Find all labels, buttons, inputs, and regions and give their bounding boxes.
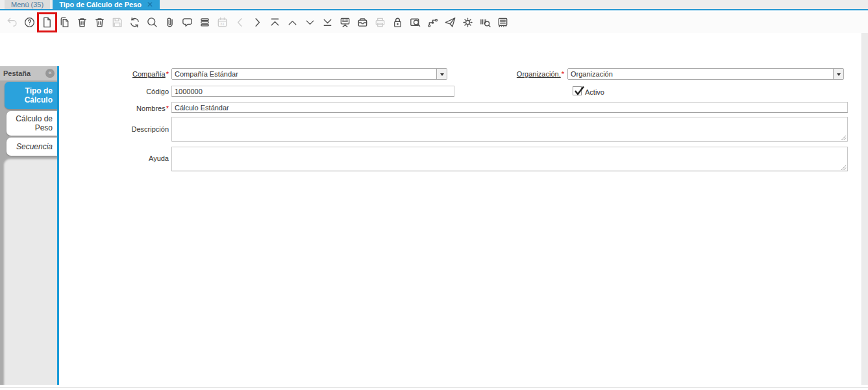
organizacion-label[interactable]: Organización.* — [460, 70, 564, 78]
required-asterisk: * — [166, 70, 169, 78]
refresh-icon — [129, 16, 141, 29]
private-record-lock-button[interactable] — [391, 16, 404, 29]
grid-toggle-icon — [199, 16, 211, 29]
preferences-button[interactable] — [462, 16, 474, 29]
print-button — [374, 16, 386, 29]
codigo-input[interactable] — [171, 86, 454, 97]
calendar-icon: 31 — [216, 16, 229, 29]
activo-label: Activo — [585, 88, 604, 96]
delete-selection-button[interactable] — [93, 16, 106, 29]
ayuda-textarea[interactable] — [171, 147, 848, 171]
preferences-icon — [462, 16, 474, 29]
report-button[interactable] — [497, 16, 509, 29]
ayuda-label: Ayuda — [65, 154, 169, 162]
close-icon[interactable]: ✕ — [147, 0, 153, 9]
nombres-input[interactable] — [171, 102, 848, 113]
find-icon — [146, 16, 158, 29]
active-tab-label: Tipo de Cálculo de Peso — [59, 0, 142, 9]
compania-label[interactable]: Compañía* — [65, 70, 169, 78]
descripcion-textarea[interactable] — [171, 117, 848, 141]
help-icon — [23, 16, 36, 29]
zoom-across-icon — [409, 16, 421, 29]
chevron-down-icon — [837, 73, 841, 78]
calendar-button: 31 — [216, 16, 229, 29]
private-record-lock-icon — [391, 16, 404, 29]
collapse-sidebar-button[interactable]: « — [45, 69, 55, 78]
check-icon — [573, 84, 585, 96]
required-asterisk: * — [166, 104, 169, 112]
grid-toggle-button[interactable] — [199, 16, 211, 29]
parent-record-button — [234, 16, 246, 29]
previous-record-button[interactable] — [286, 16, 299, 29]
parent-record-icon — [234, 16, 246, 29]
tab-sidebar: Pestaña « Tipo de Cálculo Cálculo de Pes… — [0, 66, 59, 390]
archive-icon — [356, 16, 369, 29]
copy-record-button[interactable] — [58, 16, 71, 29]
undo-icon — [6, 16, 18, 29]
sidebar-tab-calculo-de-peso[interactable]: Cálculo de Peso — [6, 111, 57, 136]
report-icon — [497, 16, 509, 29]
chat-button[interactable] — [181, 16, 193, 29]
organizacion-input[interactable] — [568, 69, 833, 79]
send-request-button[interactable] — [444, 16, 456, 29]
record-info-button[interactable] — [339, 16, 351, 29]
chevron-down-icon — [440, 73, 444, 78]
compania-combobox[interactable] — [171, 68, 447, 80]
workflow-icon — [427, 16, 439, 29]
tab-menu[interactable]: Menú (35) — [5, 0, 50, 9]
new-record-icon — [41, 16, 53, 29]
required-asterisk: * — [562, 70, 564, 78]
activo-checkbox[interactable] — [573, 86, 582, 95]
previous-record-icon — [286, 16, 299, 29]
first-record-button[interactable] — [269, 16, 281, 29]
window-tabbar: Menú (35) Tipo de Cálculo de Peso ✕ — [0, 0, 868, 10]
save-button — [111, 16, 123, 29]
scrollbar-track[interactable] — [862, 33, 868, 385]
organizacion-dropdown-button[interactable] — [833, 69, 843, 79]
delete-selection-icon — [93, 16, 106, 29]
detail-record-button[interactable] — [251, 16, 264, 29]
attachment-button[interactable] — [164, 16, 176, 29]
new-record-button[interactable] — [41, 16, 53, 29]
content-area: Pestaña « Tipo de Cálculo Cálculo de Pes… — [0, 33, 868, 385]
save-icon — [111, 16, 123, 29]
descripcion-label: Descripción — [65, 125, 169, 133]
bottom-divider — [0, 387, 868, 388]
sidebar-tabs: Tipo de Cálculo Cálculo de Peso Secuenci… — [0, 80, 57, 156]
product-info-button[interactable] — [479, 16, 491, 29]
sidebar-header: Pestaña « — [0, 66, 57, 80]
delete-record-button[interactable] — [76, 16, 88, 29]
sidebar-panel — [3, 158, 57, 390]
tab-tipo-de-calculo-de-peso[interactable]: Tipo de Cálculo de Peso ✕ — [53, 0, 160, 9]
compania-dropdown-button[interactable] — [436, 69, 447, 79]
find-button[interactable] — [146, 16, 158, 29]
sidebar-tab-secuencia[interactable]: Secuencia — [6, 138, 57, 156]
svg-text:31: 31 — [220, 21, 225, 26]
next-record-icon — [304, 16, 316, 29]
chat-icon — [181, 16, 193, 29]
next-record-button[interactable] — [304, 16, 316, 29]
last-record-button[interactable] — [321, 16, 334, 29]
app-window: Menú (35) Tipo de Cálculo de Peso ✕ 31 P… — [0, 0, 868, 390]
attachment-icon — [164, 16, 176, 29]
first-record-icon — [269, 16, 281, 29]
sidebar-title: Pestaña — [3, 69, 31, 77]
product-info-icon — [479, 16, 491, 29]
record-info-icon — [339, 16, 351, 29]
archive-button[interactable] — [356, 16, 369, 29]
help-button[interactable] — [23, 16, 36, 29]
codigo-label: Código — [65, 88, 169, 95]
workflow-button[interactable] — [427, 16, 439, 29]
toolbar: 31 — [0, 12, 868, 33]
organizacion-combobox[interactable] — [567, 68, 844, 80]
nombres-label: Nombres* — [65, 104, 169, 112]
zoom-across-button[interactable] — [409, 16, 421, 29]
undo-button — [6, 16, 18, 29]
last-record-icon — [321, 16, 334, 29]
compania-input[interactable] — [172, 69, 436, 79]
delete-record-icon — [76, 16, 88, 29]
refresh-button[interactable] — [129, 16, 141, 29]
sidebar-tab-tipo-de-calculo[interactable]: Tipo de Cálculo — [5, 82, 57, 109]
copy-record-icon — [58, 16, 71, 29]
send-request-icon — [444, 16, 456, 29]
